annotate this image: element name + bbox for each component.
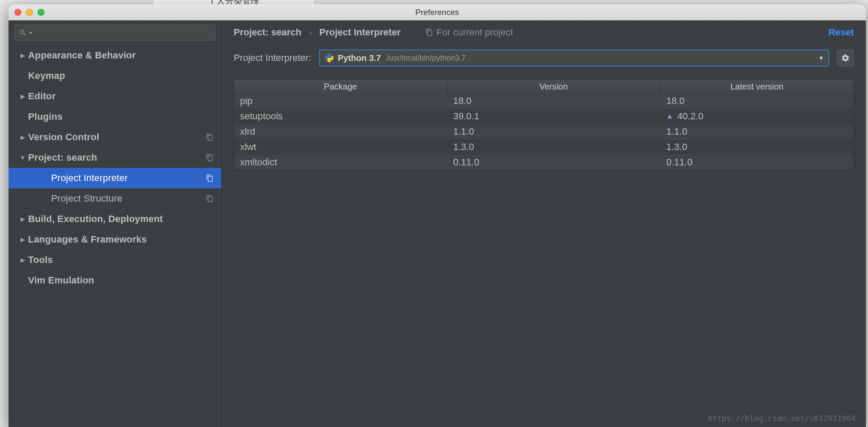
copy-icon xyxy=(206,174,214,182)
cell-package: xmltodict xyxy=(234,157,447,168)
table-header: Package Version Latest version xyxy=(234,80,854,93)
col-version[interactable]: Version xyxy=(447,80,660,93)
chevron-right-icon[interactable]: ▶ xyxy=(17,134,28,141)
table-row[interactable]: xmltodict0.11.00.11.0 xyxy=(234,155,854,170)
chevron-right-icon[interactable]: ▶ xyxy=(17,236,28,243)
tree-child-item[interactable]: Project Interpreter xyxy=(9,168,221,188)
tree-item-label: Tools xyxy=(28,254,53,265)
chevron-right-icon[interactable]: ▶ xyxy=(17,257,28,263)
tree-item[interactable]: ▶Editor xyxy=(9,86,221,107)
watermark: https://blog.csdn.net/u012931864 xyxy=(708,414,856,423)
cell-package: setuptools xyxy=(234,111,447,122)
chevron-down-icon[interactable]: ▼ xyxy=(818,55,824,61)
cell-version: 1.1.0 xyxy=(447,126,660,137)
chevron-down-icon[interactable]: ▼ xyxy=(17,154,28,161)
cell-latest: 1.3.0 xyxy=(660,141,854,153)
cell-latest: 18.0 xyxy=(660,95,854,107)
interpreter-label: Project Interpreter: xyxy=(234,52,311,63)
cell-latest-value: 18.0 xyxy=(666,95,685,107)
interpreter-name: Python 3.7 xyxy=(338,53,381,63)
settings-tree: ▶Appearance & Behavior▶Keymap▶Editor▶Plu… xyxy=(9,45,221,427)
main-panel: Project: search › Project Interpreter Fo… xyxy=(222,20,866,427)
breadcrumb-item[interactable]: Project: search xyxy=(234,27,301,38)
cell-version: 39.0.1 xyxy=(447,111,660,122)
cell-latest: 0.11.0 xyxy=(660,157,854,168)
interpreter-path: /usr/local/bin/python3.7 xyxy=(387,54,466,63)
col-latest[interactable]: Latest version xyxy=(660,80,854,93)
reset-button[interactable]: Reset xyxy=(828,27,854,38)
cell-latest: ▲40.2.0 xyxy=(660,111,854,122)
chevron-right-icon[interactable]: ▶ xyxy=(17,216,28,222)
copy-icon xyxy=(206,195,214,202)
copy-icon xyxy=(206,154,214,162)
search-icon xyxy=(19,29,27,37)
tree-item[interactable]: ▶Version Control xyxy=(9,127,221,147)
tree-item[interactable]: ▶Languages & Frameworks xyxy=(9,229,221,250)
python-icon xyxy=(325,54,333,62)
chevron-right-icon[interactable]: ▶ xyxy=(17,93,28,100)
table-row[interactable]: xlwt1.3.01.3.0 xyxy=(234,139,854,155)
tree-item[interactable]: ▶Appearance & Behavior xyxy=(9,45,221,66)
for-current-project-label: For current project xyxy=(437,27,513,38)
interpreter-row: Project Interpreter: Python 3.7 /usr/loc… xyxy=(222,44,866,75)
tree-item-label: Build, Execution, Deployment xyxy=(28,214,163,225)
cell-latest: 1.1.0 xyxy=(660,126,854,137)
search-input[interactable]: ▾ xyxy=(14,25,215,41)
tree-item-label: Plugins xyxy=(28,111,63,122)
sidebar: ▾ ▶Appearance & Behavior▶Keymap▶Editor▶P… xyxy=(9,20,222,427)
tree-item-label: Version Control xyxy=(28,132,99,143)
cell-version: 18.0 xyxy=(447,95,660,107)
cell-latest-value: 1.1.0 xyxy=(666,126,687,137)
upgrade-available-icon: ▲ xyxy=(666,113,673,120)
tree-item-label: Languages & Frameworks xyxy=(28,234,147,245)
cell-package: xlrd xyxy=(234,126,447,137)
table-row[interactable]: xlrd1.1.01.1.0 xyxy=(234,124,854,139)
tree-item[interactable]: ▼Project: search xyxy=(9,147,221,168)
packages-table: Package Version Latest version pip18.018… xyxy=(234,79,854,170)
chevron-right-icon: › xyxy=(309,28,312,37)
copy-icon xyxy=(425,29,433,36)
tree-child-item[interactable]: Project Structure xyxy=(9,188,221,209)
copy-icon xyxy=(206,133,214,141)
tree-item-label: Editor xyxy=(28,91,56,102)
preferences-window: Preferences ▾ ▶Appearance & Behavior▶Key… xyxy=(9,4,866,427)
cell-latest-value: 40.2.0 xyxy=(677,111,703,122)
tree-item-label: Vim Emulation xyxy=(28,275,94,286)
interpreter-settings-button[interactable] xyxy=(837,49,854,66)
breadcrumb-item: Project Interpreter xyxy=(319,27,401,38)
titlebar[interactable]: Preferences xyxy=(9,4,866,20)
window-title: Preferences xyxy=(9,8,866,17)
cell-latest-value: 1.3.0 xyxy=(666,141,687,153)
for-current-project-badge: For current project xyxy=(425,27,513,38)
table-row[interactable]: setuptools39.0.1▲40.2.0 xyxy=(234,109,854,124)
cell-package: pip xyxy=(234,95,447,107)
tree-item-label: Project: search xyxy=(28,152,97,163)
col-package[interactable]: Package xyxy=(234,80,447,93)
cell-version: 1.3.0 xyxy=(447,141,660,153)
breadcrumb: Project: search › Project Interpreter xyxy=(234,27,401,38)
tree-item[interactable]: ▶Build, Execution, Deployment xyxy=(9,209,221,229)
chevron-right-icon[interactable]: ▶ xyxy=(17,52,28,59)
cell-latest-value: 0.11.0 xyxy=(666,157,692,168)
cell-version: 0.11.0 xyxy=(447,157,660,168)
cell-package: xlwt xyxy=(234,141,447,153)
tree-item-label: Project Interpreter xyxy=(51,173,128,184)
tree-item-label: Project Structure xyxy=(51,193,122,204)
interpreter-select[interactable]: Python 3.7 /usr/local/bin/python3.7 ▼ xyxy=(319,49,829,66)
tree-item[interactable]: ▶Vim Emulation xyxy=(9,270,221,291)
tree-item[interactable]: ▶Tools xyxy=(9,250,221,270)
tree-item[interactable]: ▶Plugins xyxy=(9,107,221,127)
tree-item-label: Appearance & Behavior xyxy=(28,50,136,61)
tree-item-label: Keymap xyxy=(28,70,65,81)
table-row[interactable]: pip18.018.0 xyxy=(234,93,854,109)
tree-item[interactable]: ▶Keymap xyxy=(9,66,221,86)
gear-icon xyxy=(841,54,850,62)
chevron-down-icon[interactable]: ▾ xyxy=(29,30,32,36)
main-header: Project: search › Project Interpreter Fo… xyxy=(222,20,866,44)
